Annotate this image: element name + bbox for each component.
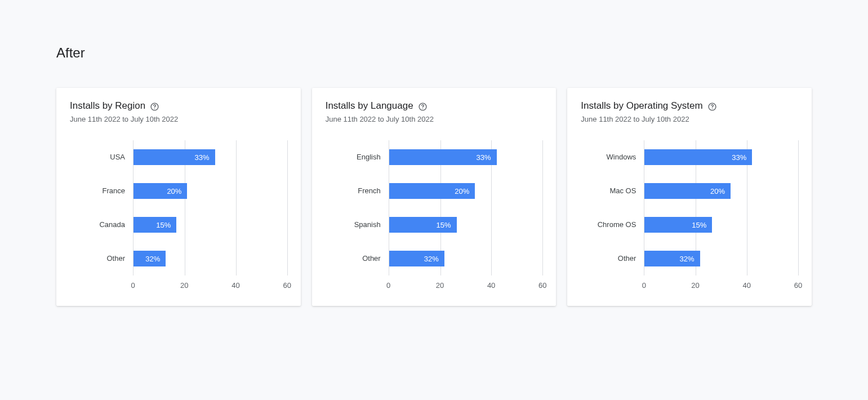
grid-line (542, 140, 543, 275)
bar-value: 33% (477, 153, 491, 162)
y-label: France (70, 183, 133, 199)
bars: 33% 20% 15% 32% (389, 140, 543, 275)
table-row: 33% (644, 149, 798, 165)
card-language: Installs by Language June 11th 2022 to J… (312, 88, 557, 306)
x-ticks: 0 20 40 60 (644, 281, 798, 291)
svg-point-3 (422, 108, 422, 109)
y-label: Other (70, 251, 133, 266)
help-icon[interactable] (418, 102, 428, 112)
card-title: Installs by Region (70, 100, 145, 112)
card-title: Installs by Operating System (581, 100, 702, 112)
chart-region: USA France Canada Other 33% 20% 15% 32% (70, 140, 287, 275)
x-spacer (581, 281, 644, 291)
bar: 20% (644, 183, 731, 199)
card-subtitle: June 11th 2022 to July 10th 2022 (70, 115, 287, 123)
bar: 32% (389, 251, 444, 266)
bar: 15% (644, 217, 712, 233)
bar: 20% (133, 183, 187, 199)
bar-value: 33% (194, 153, 209, 162)
y-label: Chrome OS (581, 217, 644, 233)
x-tick: 20 (691, 281, 699, 290)
card-os: Installs by Operating System June 11th 2… (567, 88, 812, 306)
card-subtitle: June 11th 2022 to July 10th 2022 (326, 115, 543, 123)
table-row: 20% (389, 183, 543, 199)
bars: 33% 20% 15% 32% (644, 140, 798, 275)
chart-language: English French Spanish Other 33% 20% 15%… (326, 140, 543, 275)
table-row: 33% (133, 149, 287, 165)
x-tick: 0 (642, 281, 646, 290)
y-label: Other (326, 251, 389, 266)
x-tick: 60 (283, 281, 291, 290)
bar: 15% (389, 217, 457, 233)
x-axis: 0 20 40 60 (326, 281, 543, 291)
bar: 33% (133, 149, 215, 165)
svg-point-1 (154, 108, 155, 109)
bar-value: 32% (424, 255, 439, 263)
bar: 32% (133, 251, 166, 266)
bar-value: 20% (455, 187, 469, 195)
bar: 33% (389, 149, 497, 165)
y-label: French (326, 183, 389, 199)
help-icon[interactable] (707, 102, 717, 112)
page-title: After (56, 45, 812, 61)
table-row: 20% (133, 183, 287, 199)
card-header: Installs by Operating System (581, 100, 798, 112)
x-tick: 20 (436, 281, 444, 290)
x-tick: 60 (794, 281, 802, 290)
bar-value: 20% (167, 187, 181, 195)
y-label: Spanish (326, 217, 389, 233)
x-tick: 0 (131, 281, 135, 290)
card-header: Installs by Language (326, 100, 543, 112)
bar-value: 20% (710, 187, 725, 195)
plot-area: 33% 20% 15% 32% (389, 140, 543, 275)
x-axis: 0 20 40 60 (581, 281, 798, 291)
x-tick: 60 (538, 281, 546, 290)
y-axis-labels: Windows Mac OS Chrome OS Other (581, 140, 644, 275)
y-label: USA (70, 149, 133, 165)
x-tick: 20 (180, 281, 188, 290)
y-label: Mac OS (581, 183, 644, 199)
bar-value: 32% (145, 255, 160, 263)
y-axis-labels: USA France Canada Other (70, 140, 133, 275)
bar: 20% (389, 183, 475, 199)
bars: 33% 20% 15% 32% (133, 140, 287, 275)
x-tick: 40 (232, 281, 239, 290)
x-tick: 40 (487, 281, 495, 290)
table-row: 32% (389, 251, 543, 266)
y-label: Windows (581, 149, 644, 165)
table-row: 15% (389, 217, 543, 233)
bar: 33% (644, 149, 752, 165)
grid-line (798, 140, 799, 275)
chart-os: Windows Mac OS Chrome OS Other 33% 20% 1… (581, 140, 798, 275)
cards-row: Installs by Region June 11th 2022 to Jul… (56, 88, 812, 306)
x-spacer (326, 281, 389, 291)
table-row: 32% (133, 251, 287, 266)
table-row: 32% (644, 251, 798, 266)
y-label: English (326, 149, 389, 165)
x-tick: 0 (386, 281, 390, 290)
bar: 32% (644, 251, 700, 266)
y-axis-labels: English French Spanish Other (326, 140, 389, 275)
x-spacer (70, 281, 133, 291)
card-region: Installs by Region June 11th 2022 to Jul… (56, 88, 301, 306)
card-subtitle: June 11th 2022 to July 10th 2022 (581, 115, 798, 123)
bar-value: 32% (679, 255, 694, 263)
bar-value: 33% (732, 153, 746, 162)
bar-value: 15% (437, 221, 451, 229)
bar-value: 15% (156, 221, 171, 229)
x-ticks: 0 20 40 60 (133, 281, 287, 291)
help-icon[interactable] (150, 102, 159, 112)
x-axis: 0 20 40 60 (70, 281, 287, 291)
table-row: 33% (389, 149, 543, 165)
bar-value: 15% (692, 221, 706, 229)
card-header: Installs by Region (70, 100, 287, 112)
bar: 15% (133, 217, 176, 233)
table-row: 20% (644, 183, 798, 199)
y-label: Canada (70, 217, 133, 233)
grid-line (287, 140, 288, 275)
card-title: Installs by Language (326, 100, 413, 112)
x-ticks: 0 20 40 60 (389, 281, 543, 291)
svg-point-5 (712, 108, 713, 109)
table-row: 15% (644, 217, 798, 233)
plot-area: 33% 20% 15% 32% (133, 140, 287, 275)
